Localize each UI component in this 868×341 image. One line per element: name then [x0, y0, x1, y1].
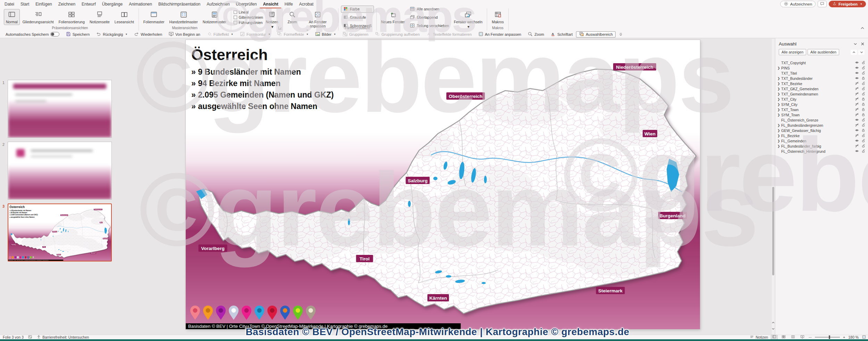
- checkbox-box[interactable]: [234, 10, 237, 14]
- alle-anordnen-button[interactable]: Alle anordnen: [408, 6, 451, 13]
- menu-tab-hilfe[interactable]: Hilfe: [281, 0, 296, 8]
- notizenseite-button[interactable]: Notizenseite: [87, 9, 112, 25]
- lock-closed-icon[interactable]: [861, 107, 865, 112]
- zoom-out-button[interactable]: —: [809, 335, 812, 339]
- chevron-right-icon[interactable]: ❯: [777, 77, 781, 80]
- share-button[interactable]: Freigeben ▼: [829, 1, 866, 7]
- region-label-salzburg[interactable]: Salzburg: [406, 177, 430, 184]
- speichern-button[interactable]: Speichern: [63, 31, 93, 38]
- visibility-eye-icon[interactable]: [855, 139, 859, 143]
- lock-open-icon[interactable]: [861, 86, 865, 91]
- selection-pane-item-txt-city[interactable]: ❯TXT_City: [775, 97, 868, 102]
- makros-button[interactable]: Makros: [490, 9, 506, 25]
- zoom-in-button[interactable]: +: [843, 335, 845, 339]
- visibility-eye-off-icon[interactable]: [855, 113, 859, 117]
- visibility-eye-off-icon[interactable]: [855, 92, 859, 97]
- region-label-tirol[interactable]: Tirol: [356, 255, 373, 262]
- lock-closed-icon[interactable]: [861, 128, 865, 133]
- menu-tab-aufzeichnen[interactable]: Aufzeichnen: [203, 0, 233, 8]
- chevron-right-icon[interactable]: ❯: [777, 144, 781, 148]
- next-slide-button[interactable]: [771, 326, 775, 331]
- schriftart-button[interactable]: ASchriftart: [548, 31, 575, 38]
- menu-tab-ansicht[interactable]: Ansicht: [260, 0, 281, 8]
- lock-closed-icon[interactable]: [861, 102, 865, 107]
- selection-pane-item-fl-bezirke[interactable]: ❯FL_Bezirke: [775, 133, 868, 138]
- selection-pane-item-sym-town[interactable]: ❯SYM_Town: [775, 112, 868, 117]
- selection-pane-item-txt-town[interactable]: ❯TXT_Town: [775, 107, 868, 112]
- von-beginn-an-button[interactable]: Von Beginn an: [166, 31, 203, 38]
- slide-thumbnail-3[interactable]: [8, 203, 112, 261]
- lock-open-icon[interactable]: [861, 60, 865, 65]
- region-label-vorarlberg[interactable]: Vorarlberg: [199, 244, 227, 252]
- zoom-button[interactable]: Zoom: [525, 31, 547, 38]
- selection-pane-item-pins[interactable]: ❯PINS: [775, 65, 868, 70]
- dialog-launcher-icon[interactable]: [278, 26, 282, 30]
- selection-pane-item-txt-bundesländer[interactable]: ❯TXT_Bundesländer: [775, 76, 868, 81]
- lock-open-icon[interactable]: [861, 81, 865, 86]
- visibility-eye-icon[interactable]: [855, 66, 859, 70]
- menu-tab-entwurf[interactable]: Entwurf: [78, 0, 99, 8]
- bilder-button[interactable]: Bilder▼: [312, 31, 339, 38]
- fenster-wechseln-button[interactable]: Fenster wechseln▼: [452, 9, 484, 30]
- selection-pane-item-fl-bundesländergrenzen[interactable]: ❯FL_Bundesländergrenzen: [775, 123, 868, 128]
- menu-tab-animationen[interactable]: Animationen: [126, 0, 155, 8]
- selection-pane-item-gew-gewässer-flächig[interactable]: ❯GEW_Gewässer_flächig: [775, 128, 868, 133]
- an-fenster-anpassen-button[interactable]: An Fenster anpassen: [300, 9, 336, 29]
- lock-open-icon[interactable]: [861, 92, 865, 97]
- menu-tab-einfügen[interactable]: Einfügen: [32, 0, 55, 8]
- zoom-slider-thumb[interactable]: [829, 335, 830, 339]
- lock-closed-icon[interactable]: [861, 97, 865, 102]
- slideshow-view-button[interactable]: [799, 335, 806, 339]
- lock-closed-icon[interactable]: [861, 113, 865, 117]
- slide-title[interactable]: Österreich: [191, 46, 268, 63]
- lock-open-icon[interactable]: [861, 71, 865, 76]
- rückgängig-button[interactable]: Rückgängig▼: [93, 31, 130, 38]
- visibility-eye-off-icon[interactable]: [855, 123, 859, 128]
- lock-open-icon[interactable]: [861, 118, 865, 123]
- checkbox-führungslinien[interactable]: Führungslinien: [234, 20, 263, 25]
- autosave-toggle[interactable]: [50, 32, 59, 36]
- region-label-oberösterreich[interactable]: Oberösterreich: [446, 92, 485, 100]
- lock-open-icon[interactable]: [861, 144, 865, 149]
- zoom-button[interactable]: Zoom: [285, 9, 299, 25]
- toolbar-overflow-button[interactable]: [616, 31, 625, 38]
- chevron-right-icon[interactable]: ❯: [777, 98, 781, 101]
- menu-tab-start[interactable]: Start: [17, 0, 32, 8]
- chevron-right-icon[interactable]: ❯: [777, 124, 781, 127]
- menu-tab-datei[interactable]: Datei: [1, 0, 17, 8]
- chevron-right-icon[interactable]: ❯: [777, 108, 781, 111]
- visibility-eye-off-icon[interactable]: [855, 144, 859, 149]
- menu-tab-acrobat[interactable]: Acrobat: [296, 0, 316, 8]
- accessibility-status[interactable]: Barrierefreiheit: Untersuchen: [42, 335, 89, 339]
- record-button[interactable]: Aufzeichnen: [780, 1, 816, 7]
- chevron-right-icon[interactable]: ❯: [777, 66, 781, 70]
- selection-pane-item-txt-copyright[interactable]: TXT_Copyright: [775, 60, 868, 65]
- visibility-eye-off-icon[interactable]: [855, 102, 859, 107]
- visibility-eye-icon[interactable]: [855, 71, 859, 76]
- chevron-right-icon[interactable]: ❯: [777, 139, 781, 143]
- chevron-down-icon[interactable]: [853, 42, 857, 46]
- menu-tab-bildschirmpräsentation[interactable]: Bildschirmpräsentation: [155, 0, 203, 8]
- selection-pane-item-fl-österreich-grenze[interactable]: FL_Österreich_Grenze: [775, 117, 868, 123]
- move-up-button[interactable]: [851, 50, 857, 55]
- checkbox-gitternetzlinien[interactable]: Gitternetzlinien: [234, 15, 263, 19]
- visibility-eye-off-icon[interactable]: [855, 81, 859, 86]
- neues-fenster-button[interactable]: Neues Fenster: [379, 9, 407, 25]
- folienmaster-button[interactable]: Folienmaster: [141, 9, 167, 25]
- selection-pane-item-fl-österreich-hintergrund[interactable]: FL_Österreich_Hintergrund: [775, 149, 868, 154]
- lock-open-icon[interactable]: [861, 123, 865, 128]
- vertical-scrollbar[interactable]: [771, 39, 775, 334]
- checkbox-lineal[interactable]: Lineal: [234, 10, 263, 14]
- visibility-eye-off-icon[interactable]: [855, 97, 859, 102]
- normal-view-button[interactable]: [771, 335, 777, 339]
- chevron-right-icon[interactable]: ❯: [777, 92, 781, 96]
- zoom-slider[interactable]: [815, 337, 840, 338]
- selection-pane-item-txt-gemeindenamen[interactable]: ❯TXT_Gemeindenamen: [775, 91, 868, 97]
- checkbox-box[interactable]: [234, 16, 237, 19]
- region-label-steiermark[interactable]: Steiermark: [596, 287, 625, 294]
- chevron-right-icon[interactable]: ❯: [777, 82, 781, 85]
- an-fenster-anpassen-button[interactable]: An Fenster anpassen: [475, 31, 524, 38]
- zoom-level[interactable]: 180 %: [848, 335, 859, 339]
- close-icon[interactable]: [861, 42, 865, 46]
- selection-pane-item-fl-bundesländer-farbig[interactable]: ❯FL_Bundesländer_farbig: [775, 143, 868, 149]
